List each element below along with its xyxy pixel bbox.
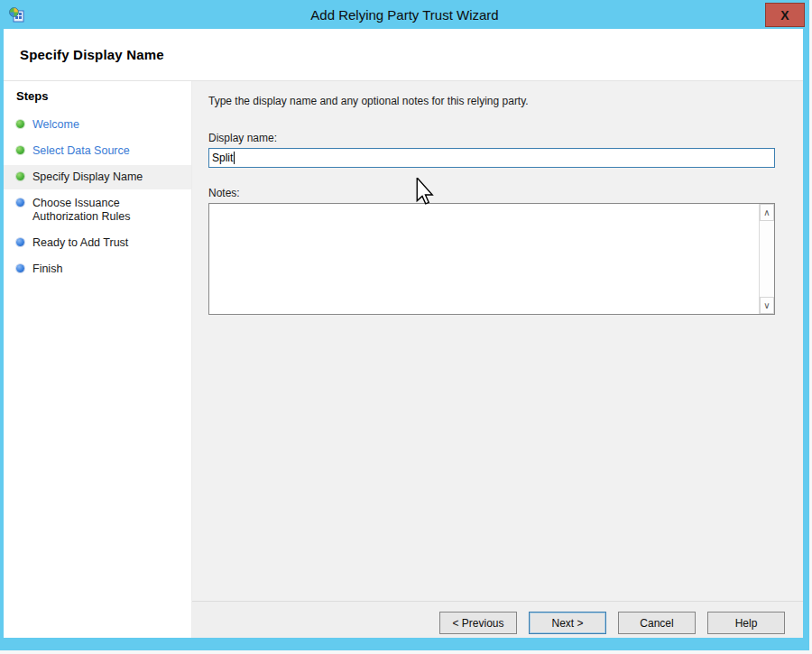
screen: { "window": { "title": "Add Relying Part…	[0, 0, 812, 654]
step-status-dot	[16, 146, 24, 154]
step-label: Welcome	[32, 118, 79, 132]
button-bar: < Previous Next > Cancel Help	[192, 601, 803, 638]
content-area: Type the display name and any optional n…	[192, 81, 803, 638]
title-bar[interactable]: Add Relying Party Trust Wizard X	[0, 0, 809, 29]
wizard-inner: Specify Display Name Steps Welcome Selec…	[4, 29, 803, 638]
step-label: Choose Issuance Authorization Rules	[32, 197, 177, 224]
previous-button[interactable]: < Previous	[439, 612, 517, 634]
wizard-window: Add Relying Party Trust Wizard X Specify…	[0, 0, 809, 650]
sidebar-item-specify-display-name[interactable]: Specify Display Name	[4, 165, 191, 189]
text-caret	[234, 152, 235, 164]
display-name-label: Display name:	[208, 132, 775, 144]
step-status-dot	[16, 238, 24, 246]
scroll-up-icon[interactable]: ∧	[760, 204, 774, 221]
sidebar-item-finish[interactable]: Finish	[4, 257, 191, 281]
step-label: Finish	[32, 263, 62, 276]
notes-textarea[interactable]: ∧ ∨	[208, 203, 775, 315]
notes-scrollbar[interactable]: ∧ ∨	[759, 204, 774, 314]
step-label: Ready to Add Trust	[32, 236, 128, 250]
notes-block: Notes: ∧ ∨	[208, 187, 775, 315]
step-label: Specify Display Name	[32, 170, 143, 184]
page-header: Specify Display Name	[4, 29, 803, 80]
step-status-dot	[16, 120, 24, 128]
help-button[interactable]: Help	[707, 612, 785, 634]
sidebar-item-ready-to-add-trust[interactable]: Ready to Add Trust	[4, 231, 191, 255]
window-title: Add Relying Party Trust Wizard	[0, 0, 809, 29]
page-title: Specify Display Name	[20, 47, 164, 62]
step-status-dot	[16, 264, 24, 272]
wizard-body: Steps Welcome Select Data Source Specify…	[4, 80, 803, 638]
intro-text: Type the display name and any optional n…	[208, 95, 775, 107]
sidebar-item-select-data-source[interactable]: Select Data Source	[4, 139, 191, 163]
display-name-input[interactable]: Split	[208, 148, 775, 168]
steps-heading: Steps	[4, 88, 191, 113]
scroll-down-icon[interactable]: ∨	[760, 297, 774, 314]
step-status-dot	[16, 198, 24, 207]
step-label: Select Data Source	[32, 144, 130, 158]
content-main: Type the display name and any optional n…	[192, 81, 803, 601]
close-button[interactable]: X	[765, 3, 805, 27]
sidebar-item-choose-issuance-authorization-rules[interactable]: Choose Issuance Authorization Rules	[4, 191, 191, 229]
step-status-dot	[16, 172, 24, 180]
sidebar-item-welcome[interactable]: Welcome	[4, 113, 191, 137]
cancel-button[interactable]: Cancel	[618, 612, 696, 634]
steps-sidebar: Steps Welcome Select Data Source Specify…	[4, 81, 192, 638]
next-button[interactable]: Next >	[529, 612, 606, 634]
display-name-value: Split	[212, 152, 233, 164]
notes-label: Notes:	[208, 187, 775, 199]
